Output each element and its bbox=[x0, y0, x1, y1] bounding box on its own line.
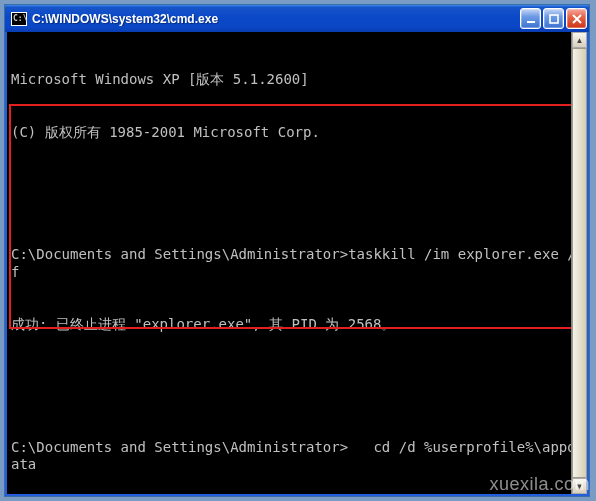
cmd-line: C:\Documents and Settings\Administrator>… bbox=[11, 439, 581, 474]
header-line: (C) 版权所有 1985-2001 Microsoft Corp. bbox=[11, 124, 581, 142]
scroll-up-button[interactable]: ▲ bbox=[572, 32, 587, 48]
minimize-button[interactable] bbox=[520, 8, 541, 29]
header-line: Microsoft Windows XP [版本 5.1.2600] bbox=[11, 71, 581, 89]
prompt: C:\Documents and Settings\Administrator> bbox=[11, 439, 348, 455]
window-title: C:\WINDOWS\system32\cmd.exe bbox=[32, 12, 520, 26]
blank-line bbox=[11, 176, 581, 194]
cmd-line: C:\Documents and Settings\Administrator>… bbox=[11, 246, 581, 281]
blank-line bbox=[11, 369, 581, 387]
close-button[interactable] bbox=[566, 8, 587, 29]
scroll-thumb[interactable] bbox=[572, 48, 587, 478]
cmd-icon: C:\ bbox=[11, 12, 27, 26]
scroll-track[interactable] bbox=[572, 48, 587, 478]
window-controls bbox=[520, 8, 587, 29]
maximize-button[interactable] bbox=[543, 8, 564, 29]
output-line: 成功: 已终止进程 "explorer.exe", 其 PID 为 2568。 bbox=[11, 316, 581, 334]
svg-rect-0 bbox=[527, 21, 535, 23]
svg-rect-1 bbox=[550, 15, 558, 23]
cmd-window: C:\ C:\WINDOWS\system32\cmd.exe Microsof… bbox=[4, 4, 590, 497]
vertical-scrollbar[interactable]: ▲ ▼ bbox=[571, 32, 587, 494]
scroll-down-button[interactable]: ▼ bbox=[572, 478, 587, 494]
prompt: C:\Documents and Settings\Administrator> bbox=[11, 246, 348, 262]
titlebar[interactable]: C:\ C:\WINDOWS\system32\cmd.exe bbox=[5, 5, 589, 32]
terminal-output[interactable]: Microsoft Windows XP [版本 5.1.2600] (C) 版… bbox=[5, 32, 589, 496]
